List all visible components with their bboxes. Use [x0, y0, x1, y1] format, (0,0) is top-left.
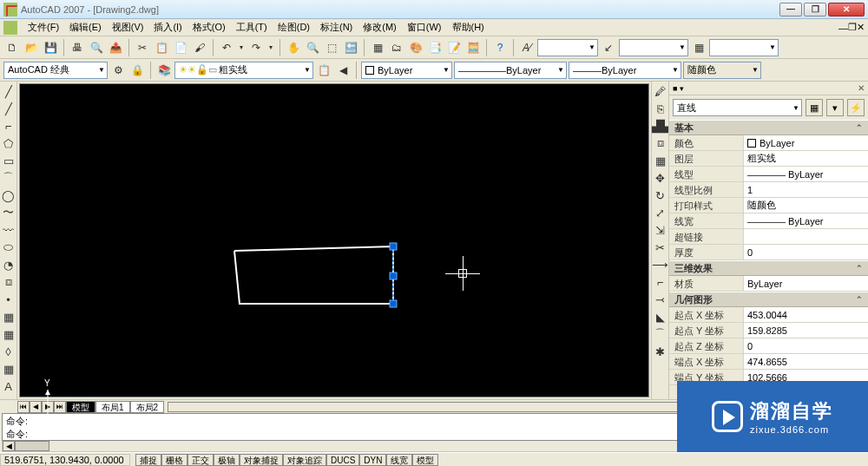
stretch-tool-icon[interactable]: ⇲	[653, 222, 668, 238]
plotstyle-dd[interactable]: 随颜色▼	[683, 62, 761, 79]
otrack-toggle[interactable]: 对象追踪	[283, 454, 326, 466]
redo-icon[interactable]: ↷	[247, 39, 265, 56]
lwt-toggle[interactable]: 线宽	[386, 454, 412, 466]
dc-icon[interactable]: 🗂	[388, 39, 405, 56]
pline-tool-icon[interactable]: ⌐	[1, 118, 16, 134]
chamfer-tool-icon[interactable]: ◣	[653, 309, 668, 325]
ellipse-tool-icon[interactable]: ⬭	[1, 240, 16, 255]
mirror-tool-icon[interactable]: ▟▙	[653, 118, 668, 134]
cut-icon[interactable]: ✂	[134, 39, 151, 56]
layer-props-icon[interactable]: 📚	[155, 62, 173, 79]
doc-minimize-button[interactable]: —	[838, 23, 848, 33]
circle-tool-icon[interactable]: ◯	[1, 187, 16, 203]
text-tool-icon[interactable]: A	[1, 378, 16, 394]
dimstyle-dd[interactable]: ▼	[619, 39, 688, 56]
textstyle-icon[interactable]: A⁄	[518, 39, 536, 56]
tab-prev-icon[interactable]: ◀	[30, 401, 42, 413]
dimstyle-icon[interactable]: ↙	[600, 39, 617, 56]
grid-toggle[interactable]: 栅格	[161, 454, 187, 466]
revcloud-tool-icon[interactable]: 〜	[1, 205, 16, 220]
model-toggle[interactable]: 模型	[412, 454, 438, 466]
selectobj-icon[interactable]: ▾	[826, 99, 844, 116]
snap-toggle[interactable]: 捕捉	[135, 454, 161, 466]
zoom-rt-icon[interactable]: 🔍	[304, 39, 321, 56]
spline-tool-icon[interactable]: 〰	[1, 222, 16, 238]
prop-starty-value[interactable]: 159.8285	[743, 323, 868, 338]
menu-format[interactable]: 格式(O)	[187, 19, 231, 36]
prop-ltscale-value[interactable]: 1	[743, 182, 868, 197]
join-tool-icon[interactable]: ⤙	[653, 292, 668, 307]
prop-layer-value[interactable]: 粗实线	[743, 151, 868, 166]
extend-tool-icon[interactable]: ⟶	[653, 257, 668, 272]
rotate-tool-icon[interactable]: ↻	[653, 187, 668, 203]
close-button[interactable]: ✕	[828, 3, 865, 16]
redo-dd[interactable]: ▾	[266, 39, 275, 56]
help-icon[interactable]: ?	[491, 39, 509, 56]
open-icon[interactable]: 📂	[23, 39, 40, 56]
polygon-tool-icon[interactable]: ⬠	[1, 135, 16, 151]
undo-dd[interactable]: ▾	[237, 39, 246, 56]
app-menu-icon[interactable]	[3, 21, 17, 35]
array-tool-icon[interactable]: ▦	[653, 153, 668, 168]
tablestyle-icon[interactable]: ▦	[690, 39, 707, 56]
workspace-dd[interactable]: AutoCAD 经典▼	[3, 62, 108, 79]
ws-lock-icon[interactable]: 🔒	[128, 62, 146, 79]
scale-tool-icon[interactable]: ⤢	[653, 205, 668, 220]
move-tool-icon[interactable]: ✥	[653, 170, 668, 186]
minimize-button[interactable]: —	[779, 3, 802, 16]
maximize-button[interactable]: ❐	[804, 3, 826, 16]
prop-lineweight-value[interactable]: ———— ByLayer	[743, 213, 868, 228]
prop-startx-value[interactable]: 453.0044	[743, 307, 868, 322]
layer-state-icon[interactable]: 📋	[315, 62, 332, 79]
menu-insert[interactable]: 插入(I)	[148, 19, 187, 36]
preview-icon[interactable]: 🔍	[88, 39, 105, 56]
copy-tool-icon[interactable]: ⎘	[653, 101, 668, 116]
save-icon[interactable]: 💾	[42, 39, 59, 56]
xline-tool-icon[interactable]: ╱	[1, 101, 16, 116]
undo-icon[interactable]: ↶	[218, 39, 235, 56]
zoom-prev-icon[interactable]: 🔙	[342, 39, 359, 56]
cat-3d[interactable]: 三维效果⌃	[669, 260, 868, 276]
publish-icon[interactable]: 📤	[107, 39, 124, 56]
line-tool-icon[interactable]: ╱	[1, 83, 16, 99]
prop-plotstyle-value[interactable]: 随颜色	[743, 198, 868, 213]
lineweight-dd[interactable]: ——— ByLayer▼	[569, 62, 681, 79]
region-tool-icon[interactable]: ◊	[1, 344, 16, 359]
quickselect-icon[interactable]: ▦	[806, 99, 823, 116]
arc-tool-icon[interactable]: ⌒	[1, 170, 16, 186]
pan-icon[interactable]: ✋	[285, 39, 302, 56]
erase-tool-icon[interactable]: 🖉	[653, 83, 668, 99]
menu-file[interactable]: 文件(F)	[23, 19, 64, 36]
coord-display[interactable]: 519.6751, 130.9430, 0.0000	[0, 454, 130, 466]
prop-linetype-value[interactable]: ———— ByLayer	[743, 167, 868, 181]
copy-icon[interactable]: 📋	[153, 39, 170, 56]
menu-help[interactable]: 帮助(H)	[447, 19, 490, 36]
block-tool-icon[interactable]: ⧈	[1, 274, 16, 290]
tablestyle-dd[interactable]: ▼	[709, 39, 779, 56]
menu-edit[interactable]: 编辑(E)	[64, 19, 107, 36]
prop-hyperlink-value[interactable]	[743, 229, 868, 244]
tab-next-icon[interactable]: ▶	[42, 401, 54, 413]
print-icon[interactable]: 🖶	[69, 39, 86, 56]
pickadd-icon[interactable]: ⚡	[847, 99, 865, 116]
fillet-tool-icon[interactable]: ⌒	[653, 326, 668, 342]
paste-icon[interactable]: 📄	[172, 39, 189, 56]
prop-thickness-value[interactable]: 0	[743, 245, 868, 259]
menu-tools[interactable]: 工具(T)	[231, 19, 273, 36]
gradient-tool-icon[interactable]: ▦	[1, 326, 16, 342]
drawing-area[interactable]: X Y	[17, 82, 651, 399]
hatch-tool-icon[interactable]: ▦	[1, 309, 16, 325]
calc-icon[interactable]: 🧮	[464, 39, 482, 56]
ws-settings-icon[interactable]: ⚙	[109, 62, 127, 79]
doc-restore-button[interactable]: ❐	[848, 22, 857, 33]
match-icon[interactable]: 🖌	[191, 39, 208, 56]
textstyle-dd[interactable]: ▼	[537, 39, 598, 56]
menu-window[interactable]: 窗口(W)	[402, 19, 447, 36]
menu-view[interactable]: 视图(V)	[107, 19, 149, 36]
dyn-toggle[interactable]: DYN	[359, 454, 386, 466]
props-icon[interactable]: ▦	[369, 39, 386, 56]
markup-icon[interactable]: 📝	[445, 39, 463, 56]
ssm-icon[interactable]: 📑	[426, 39, 444, 56]
props-panel-header[interactable]: ■ ▾✕	[669, 82, 868, 95]
break-tool-icon[interactable]: ⌐	[653, 274, 668, 290]
